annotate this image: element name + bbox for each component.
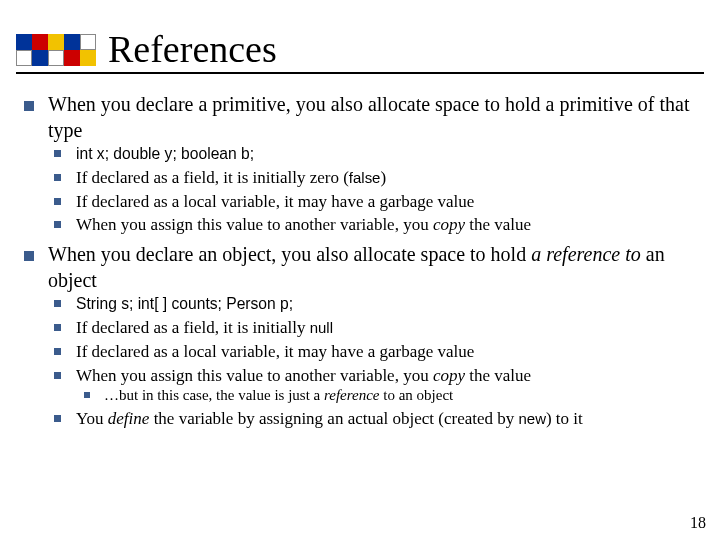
text: ) (380, 168, 386, 187)
bullet-level2: String s; int[ ] counts; Person p; (48, 293, 696, 315)
code-text: null (310, 319, 333, 336)
text: the variable by assigning an actual obje… (149, 409, 518, 428)
bullet-level1: When you declare a primitive, you also a… (24, 92, 696, 236)
bullet-level2: When you assign this value to another va… (48, 365, 696, 406)
bullet-level2: If declared as a field, it is initially … (48, 317, 696, 339)
bullet-level2: If declared as a local variable, it may … (48, 341, 696, 363)
page-number: 18 (690, 514, 706, 532)
code-text: false (349, 169, 381, 186)
italic-text: reference (324, 387, 380, 403)
text: If declared as a local variable, it may … (76, 342, 474, 361)
slide: References When you declare a primitive,… (0, 0, 720, 540)
code-text: int x; double y; boolean b; (76, 145, 254, 162)
bullet-level2: When you assign this value to another va… (48, 214, 696, 236)
italic-text: define (108, 409, 150, 428)
text: the value (465, 366, 531, 385)
text: to an object (380, 387, 454, 403)
text: the value (465, 215, 531, 234)
code-text: new (519, 410, 546, 427)
title-bar: References (0, 0, 720, 72)
bullet-level2: int x; double y; boolean b; (48, 143, 696, 165)
bullet-level2: You define the variable by assigning an … (48, 408, 696, 430)
text: If declared as a local variable, it may … (76, 192, 474, 211)
text: If declared as a field, it is initially … (76, 168, 349, 187)
text: …but in this case, the value is just a (104, 387, 324, 403)
italic-text: copy (433, 215, 465, 234)
text: When you declare an object, you also all… (48, 243, 531, 265)
bullet-level1: When you declare an object, you also all… (24, 242, 696, 429)
slide-body: When you declare a primitive, you also a… (0, 74, 720, 429)
text: You (76, 409, 108, 428)
text: ) to it (546, 409, 583, 428)
bullet-level2: If declared as a local variable, it may … (48, 191, 696, 213)
text: When you assign this value to another va… (76, 366, 433, 385)
bullet-level2: If declared as a field, it is initially … (48, 167, 696, 189)
slide-title: References (108, 30, 277, 72)
italic-text: a reference to (531, 243, 641, 265)
bullet-level3: …but in this case, the value is just a r… (76, 386, 696, 405)
text: When you assign this value to another va… (76, 215, 433, 234)
italic-text: copy (433, 366, 465, 385)
logo-icon (16, 34, 98, 66)
text: When you declare a primitive, you also a… (48, 93, 689, 141)
code-text: String s; int[ ] counts; Person p; (76, 295, 293, 312)
text: If declared as a field, it is initially (76, 318, 310, 337)
